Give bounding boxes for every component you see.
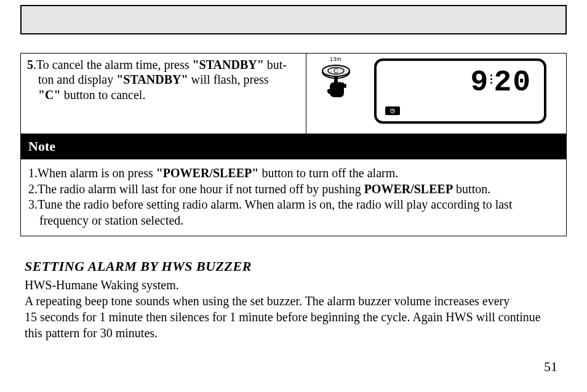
- note2-prefix: 2.The radio alarm will last for one hour…: [28, 182, 364, 196]
- step-line1a: .To cancel the alarm time, press: [33, 58, 193, 71]
- illustration-area: 13m C: [306, 54, 566, 134]
- step-number: 5: [27, 58, 33, 71]
- step-line1b: "STANDBY": [193, 58, 264, 71]
- step-line3b: button to cancel.: [61, 88, 146, 102]
- step-line3a: "C": [38, 88, 61, 102]
- note1-prefix: 1.When alarm is on press: [28, 166, 156, 180]
- step-5-text: 5.To cancel the alarm time, press "STAND…: [21, 54, 306, 134]
- svg-rect-5: [341, 82, 344, 88]
- section-body-3: 15 seconds for 1 minute then silences fo…: [25, 309, 566, 325]
- section-body: HWS-Humane Waking system. A repeating be…: [25, 277, 566, 341]
- note-item-2: 2.The radio alarm will last for one hour…: [28, 182, 559, 198]
- svg-line-10: [390, 109, 391, 110]
- note-body: 1.When alarm is on press "POWER/SLEEP" b…: [21, 159, 566, 236]
- instruction-box: 5.To cancel the alarm time, press "STAND…: [20, 53, 567, 236]
- step-line1c: but-: [264, 58, 287, 71]
- band-label: 13m: [330, 56, 341, 62]
- note3-prefix: 3.Tune the radio before setting radio al…: [28, 198, 512, 211]
- button-letter: C: [333, 67, 338, 74]
- manual-page: 5.To cancel the alarm time, press "STAND…: [0, 0, 587, 392]
- note2-bold: POWER/SLEEP: [364, 182, 453, 196]
- time-minute: 20: [493, 66, 532, 99]
- step-line2c: will flash, press: [188, 73, 269, 86]
- note-item-3: 3.Tune the radio before setting radio al…: [28, 197, 559, 213]
- section-body-1: HWS-Humane Waking system.: [25, 277, 566, 293]
- svg-line-11: [394, 109, 394, 110]
- alarm-clock-icon: [385, 106, 400, 115]
- step-line2a: ton and display: [38, 73, 116, 86]
- svg-line-9: [393, 111, 394, 112]
- note-item-3-cont: frequency or station selected.: [28, 213, 559, 229]
- step-row: 5.To cancel the alarm time, press "STAND…: [21, 54, 566, 134]
- note1-suffix: button to turn off the alarm.: [258, 166, 398, 180]
- button-press-icon: C: [319, 63, 353, 103]
- header-bar: [20, 5, 567, 34]
- svg-rect-6: [344, 84, 346, 88]
- note-header: Note: [21, 134, 566, 159]
- section-body-2: A repeating beep tone sounds when using …: [25, 293, 566, 309]
- svg-rect-4: [338, 82, 341, 88]
- note2-suffix: button.: [453, 182, 490, 196]
- section-title: SETTING ALARM BY HWS BUZZER: [25, 258, 566, 274]
- step-line2b: "STANDBY": [116, 73, 188, 86]
- colon-icon: [490, 73, 492, 86]
- hws-section: SETTING ALARM BY HWS BUZZER HWS-Humane W…: [25, 258, 566, 341]
- time-hour: 9: [471, 66, 490, 99]
- note-item-1: 1.When alarm is on press "POWER/SLEEP" b…: [28, 166, 559, 182]
- page-number: 51: [544, 359, 557, 375]
- section-body-4: this pattern for 30 minutes.: [25, 325, 566, 341]
- clock-time: 920: [471, 66, 532, 99]
- lcd-display: 920: [374, 58, 546, 124]
- note1-bold: "POWER/SLEEP": [156, 166, 259, 180]
